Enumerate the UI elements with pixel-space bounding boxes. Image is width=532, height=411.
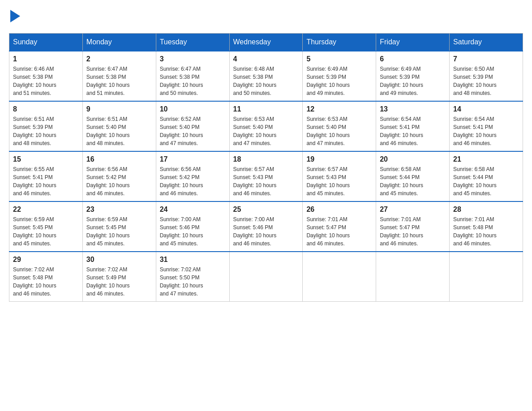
- calendar-cell: 20 Sunrise: 6:58 AM Sunset: 5:44 PM Dayl…: [376, 151, 450, 201]
- weekday-header-saturday: Saturday: [450, 34, 523, 51]
- day-info: Sunrise: 6:47 AM Sunset: 5:38 PM Dayligh…: [86, 65, 152, 97]
- calendar-cell: 19 Sunrise: 6:57 AM Sunset: 5:43 PM Dayl…: [303, 151, 376, 201]
- calendar-cell: 16 Sunrise: 6:56 AM Sunset: 5:42 PM Dayl…: [82, 151, 156, 201]
- weekday-header-monday: Monday: [82, 34, 156, 51]
- day-info: Sunrise: 6:55 AM Sunset: 5:41 PM Dayligh…: [13, 165, 79, 197]
- day-number: 30: [86, 256, 152, 264]
- calendar-cell: 31 Sunrise: 7:02 AM Sunset: 5:50 PM Dayl…: [156, 252, 229, 302]
- day-info: Sunrise: 7:01 AM Sunset: 5:48 PM Dayligh…: [453, 215, 519, 248]
- calendar-week-row: 1 Sunrise: 6:46 AM Sunset: 5:38 PM Dayli…: [9, 51, 523, 101]
- calendar-cell: 3 Sunrise: 6:47 AM Sunset: 5:38 PM Dayli…: [156, 51, 229, 101]
- page-header: [9, 9, 523, 24]
- day-number: 14: [453, 105, 519, 113]
- day-number: 20: [380, 155, 446, 163]
- calendar-cell: 13 Sunrise: 6:54 AM Sunset: 5:41 PM Dayl…: [376, 101, 450, 151]
- day-info: Sunrise: 6:49 AM Sunset: 5:39 PM Dayligh…: [380, 65, 446, 97]
- day-number: 11: [233, 105, 299, 113]
- day-number: 15: [13, 155, 79, 163]
- calendar-cell: 21 Sunrise: 6:58 AM Sunset: 5:44 PM Dayl…: [450, 151, 523, 201]
- day-info: Sunrise: 6:59 AM Sunset: 5:45 PM Dayligh…: [13, 215, 79, 248]
- day-info: Sunrise: 6:53 AM Sunset: 5:40 PM Dayligh…: [233, 115, 299, 147]
- calendar-cell: [376, 252, 450, 302]
- day-number: 2: [86, 55, 152, 63]
- calendar-week-row: 15 Sunrise: 6:55 AM Sunset: 5:41 PM Dayl…: [9, 151, 523, 201]
- day-info: Sunrise: 6:59 AM Sunset: 5:45 PM Dayligh…: [86, 215, 152, 248]
- day-info: Sunrise: 6:54 AM Sunset: 5:41 PM Dayligh…: [380, 115, 446, 147]
- calendar-cell: 15 Sunrise: 6:55 AM Sunset: 5:41 PM Dayl…: [9, 151, 83, 201]
- calendar-cell: 23 Sunrise: 6:59 AM Sunset: 5:45 PM Dayl…: [82, 201, 156, 252]
- day-number: 10: [160, 105, 226, 113]
- calendar-cell: [229, 252, 303, 302]
- day-number: 25: [233, 206, 299, 214]
- day-info: Sunrise: 7:00 AM Sunset: 5:46 PM Dayligh…: [233, 215, 299, 248]
- day-info: Sunrise: 6:58 AM Sunset: 5:44 PM Dayligh…: [380, 165, 446, 197]
- calendar-cell: 12 Sunrise: 6:53 AM Sunset: 5:40 PM Dayl…: [303, 101, 376, 151]
- calendar-cell: [303, 252, 376, 302]
- calendar-week-row: 29 Sunrise: 7:02 AM Sunset: 5:48 PM Dayl…: [9, 252, 523, 302]
- calendar-cell: 18 Sunrise: 6:57 AM Sunset: 5:43 PM Dayl…: [229, 151, 303, 201]
- calendar-cell: 5 Sunrise: 6:49 AM Sunset: 5:39 PM Dayli…: [303, 51, 376, 101]
- calendar-cell: 27 Sunrise: 7:01 AM Sunset: 5:47 PM Dayl…: [376, 201, 450, 252]
- calendar-cell: 28 Sunrise: 7:01 AM Sunset: 5:48 PM Dayl…: [450, 201, 523, 252]
- day-number: 27: [380, 206, 446, 214]
- day-number: 24: [160, 206, 226, 214]
- day-info: Sunrise: 6:49 AM Sunset: 5:39 PM Dayligh…: [306, 65, 372, 97]
- day-number: 1: [13, 55, 79, 63]
- calendar-cell: 6 Sunrise: 6:49 AM Sunset: 5:39 PM Dayli…: [376, 51, 450, 101]
- day-number: 8: [13, 105, 79, 113]
- day-info: Sunrise: 7:02 AM Sunset: 5:49 PM Dayligh…: [86, 265, 152, 298]
- logo: [9, 9, 20, 24]
- day-number: 26: [306, 206, 372, 214]
- day-number: 6: [380, 55, 446, 63]
- calendar-cell: [450, 252, 523, 302]
- day-info: Sunrise: 6:57 AM Sunset: 5:43 PM Dayligh…: [233, 165, 299, 197]
- calendar-week-row: 8 Sunrise: 6:51 AM Sunset: 5:39 PM Dayli…: [9, 101, 523, 151]
- calendar-cell: 2 Sunrise: 6:47 AM Sunset: 5:38 PM Dayli…: [82, 51, 156, 101]
- day-info: Sunrise: 7:01 AM Sunset: 5:47 PM Dayligh…: [380, 215, 446, 248]
- day-info: Sunrise: 6:57 AM Sunset: 5:43 PM Dayligh…: [306, 165, 372, 197]
- calendar-cell: 1 Sunrise: 6:46 AM Sunset: 5:38 PM Dayli…: [9, 51, 83, 101]
- day-number: 7: [453, 55, 519, 63]
- day-number: 3: [160, 55, 226, 63]
- day-info: Sunrise: 6:46 AM Sunset: 5:38 PM Dayligh…: [13, 65, 79, 97]
- day-number: 22: [13, 206, 79, 214]
- day-info: Sunrise: 6:56 AM Sunset: 5:42 PM Dayligh…: [86, 165, 152, 197]
- day-info: Sunrise: 6:56 AM Sunset: 5:42 PM Dayligh…: [160, 165, 226, 197]
- day-number: 31: [160, 256, 226, 264]
- weekday-header-sunday: Sunday: [9, 34, 83, 51]
- day-info: Sunrise: 6:54 AM Sunset: 5:41 PM Dayligh…: [453, 115, 519, 147]
- weekday-header-row: SundayMondayTuesdayWednesdayThursdayFrid…: [9, 34, 523, 51]
- calendar-cell: 11 Sunrise: 6:53 AM Sunset: 5:40 PM Dayl…: [229, 101, 303, 151]
- day-number: 16: [86, 155, 152, 163]
- weekday-header-thursday: Thursday: [303, 34, 376, 51]
- day-info: Sunrise: 6:51 AM Sunset: 5:39 PM Dayligh…: [13, 115, 79, 147]
- calendar-cell: 26 Sunrise: 7:01 AM Sunset: 5:47 PM Dayl…: [303, 201, 376, 252]
- svg-marker-0: [10, 10, 20, 22]
- day-info: Sunrise: 6:53 AM Sunset: 5:40 PM Dayligh…: [306, 115, 372, 147]
- day-number: 5: [306, 55, 372, 63]
- weekday-header-friday: Friday: [376, 34, 450, 51]
- day-number: 28: [453, 206, 519, 214]
- day-info: Sunrise: 6:58 AM Sunset: 5:44 PM Dayligh…: [453, 165, 519, 197]
- calendar-table: SundayMondayTuesdayWednesdayThursdayFrid…: [9, 33, 523, 302]
- day-number: 12: [306, 105, 372, 113]
- day-info: Sunrise: 7:02 AM Sunset: 5:48 PM Dayligh…: [13, 265, 79, 298]
- day-number: 23: [86, 206, 152, 214]
- day-number: 18: [233, 155, 299, 163]
- weekday-header-tuesday: Tuesday: [156, 34, 229, 51]
- day-info: Sunrise: 6:47 AM Sunset: 5:38 PM Dayligh…: [160, 65, 226, 97]
- calendar-cell: 7 Sunrise: 6:50 AM Sunset: 5:39 PM Dayli…: [450, 51, 523, 101]
- day-number: 29: [13, 256, 79, 264]
- calendar-cell: 14 Sunrise: 6:54 AM Sunset: 5:41 PM Dayl…: [450, 101, 523, 151]
- logo-arrow-icon: [10, 10, 20, 22]
- calendar-cell: 10 Sunrise: 6:52 AM Sunset: 5:40 PM Dayl…: [156, 101, 229, 151]
- calendar-cell: 29 Sunrise: 7:02 AM Sunset: 5:48 PM Dayl…: [9, 252, 83, 302]
- calendar-cell: 4 Sunrise: 6:48 AM Sunset: 5:38 PM Dayli…: [229, 51, 303, 101]
- day-info: Sunrise: 6:48 AM Sunset: 5:38 PM Dayligh…: [233, 65, 299, 97]
- day-info: Sunrise: 6:52 AM Sunset: 5:40 PM Dayligh…: [160, 115, 226, 147]
- day-number: 21: [453, 155, 519, 163]
- calendar-cell: 8 Sunrise: 6:51 AM Sunset: 5:39 PM Dayli…: [9, 101, 83, 151]
- day-number: 9: [86, 105, 152, 113]
- weekday-header-wednesday: Wednesday: [229, 34, 303, 51]
- day-number: 17: [160, 155, 226, 163]
